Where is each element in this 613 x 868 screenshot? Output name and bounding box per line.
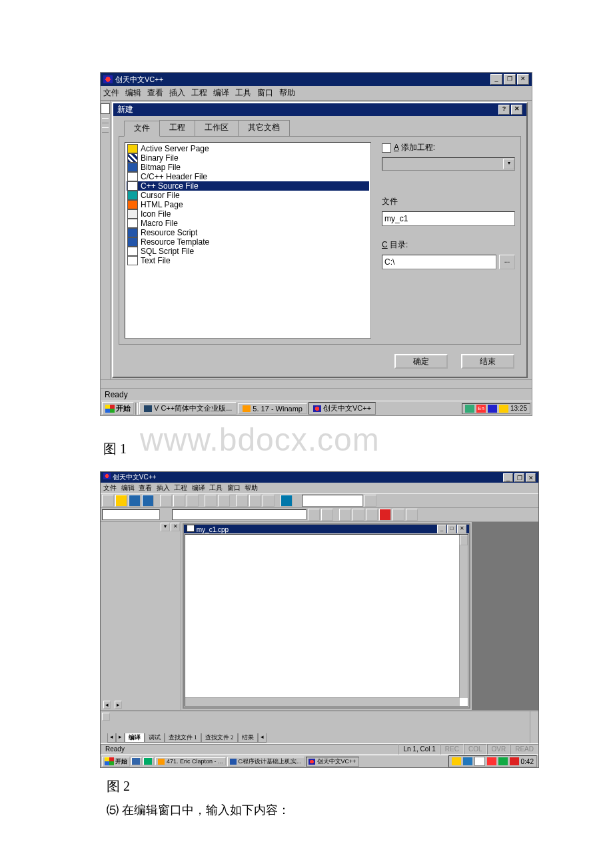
dialog-close-button[interactable]: ✕ bbox=[511, 105, 522, 115]
output-pane[interactable]: ◂ ▸ 编译 调试 查找文件 1 查找文件 2 结果 ◂ bbox=[101, 710, 538, 743]
maximize-button[interactable]: ❐ bbox=[504, 74, 516, 85]
tab-project[interactable]: 工程 bbox=[159, 120, 195, 136]
menu-window[interactable]: 窗口 bbox=[227, 484, 241, 491]
menu-view[interactable]: 查看 bbox=[147, 88, 163, 97]
browse-button[interactable]: ... bbox=[499, 255, 515, 269]
vertical-scrollbar[interactable] bbox=[459, 535, 468, 698]
tray-ime-icon[interactable]: En bbox=[476, 405, 486, 413]
output-tab-debug[interactable]: 调试 bbox=[145, 733, 165, 743]
menu-build[interactable]: 编译 bbox=[192, 484, 205, 491]
secondary-toolbar[interactable] bbox=[101, 508, 538, 522]
tray-icon[interactable] bbox=[463, 757, 472, 765]
output-scroll-right[interactable]: ▸ bbox=[116, 733, 125, 743]
maximize-button[interactable]: □ bbox=[447, 525, 456, 533]
member-combo[interactable] bbox=[172, 509, 306, 520]
pane-close-icon[interactable]: ✕ bbox=[171, 523, 180, 531]
menu-view[interactable]: 查看 bbox=[139, 484, 152, 491]
output-scroll-left2[interactable]: ◂ bbox=[258, 733, 267, 743]
workspace-pane[interactable]: ▾ ✕ ◂ ▸ bbox=[101, 522, 181, 710]
pane-grip-icon[interactable] bbox=[102, 713, 110, 721]
quick-launch-icon[interactable] bbox=[131, 757, 142, 765]
workspace-icon[interactable] bbox=[236, 495, 248, 507]
output-tab-find2[interactable]: 查找文件 2 bbox=[201, 733, 238, 743]
menu-bar[interactable]: 文件 编辑 查看 插入 工程 编译 工具 窗口 帮助 bbox=[101, 86, 532, 101]
tab-other-docs[interactable]: 其它文档 bbox=[238, 120, 290, 136]
tab-workspace[interactable]: 工作区 bbox=[195, 120, 239, 136]
project-combo[interactable]: ▾ bbox=[382, 157, 515, 171]
paste-icon[interactable] bbox=[187, 495, 199, 507]
breakpoint-icon[interactable] bbox=[406, 509, 418, 521]
minimize-button[interactable]: _ bbox=[490, 74, 502, 85]
copy-icon[interactable] bbox=[173, 495, 185, 507]
tray-icon[interactable] bbox=[498, 757, 508, 765]
output-tab-build[interactable]: 编译 bbox=[125, 733, 145, 743]
stop-build-icon[interactable] bbox=[366, 509, 378, 521]
menu-edit[interactable]: 编辑 bbox=[125, 88, 141, 97]
file-name-input[interactable] bbox=[382, 211, 515, 226]
new-doc-icon[interactable] bbox=[101, 103, 110, 114]
find-in-files-icon[interactable] bbox=[281, 495, 293, 507]
build-icon[interactable] bbox=[352, 509, 364, 521]
minimize-button[interactable]: _ bbox=[437, 525, 446, 533]
system-tray[interactable]: En 13:25 bbox=[462, 403, 530, 414]
quick-launch-icon[interactable] bbox=[143, 757, 154, 765]
save-icon[interactable] bbox=[129, 495, 141, 507]
close-button[interactable]: ✕ bbox=[517, 74, 529, 85]
directory-input[interactable] bbox=[382, 255, 496, 269]
output-tab-find1[interactable]: 查找文件 1 bbox=[165, 733, 201, 743]
menu-edit[interactable]: 编辑 bbox=[121, 484, 135, 491]
tray-ime-icon[interactable] bbox=[487, 757, 496, 765]
cut-icon[interactable] bbox=[160, 495, 172, 507]
output-scroll-left[interactable]: ◂ bbox=[107, 733, 116, 743]
volume-icon[interactable] bbox=[499, 405, 508, 413]
undo-icon[interactable] bbox=[205, 495, 217, 507]
text-editor[interactable] bbox=[185, 534, 468, 707]
tray-icon[interactable] bbox=[474, 757, 485, 766]
ok-button[interactable]: 确定 bbox=[394, 354, 448, 369]
pane-menu-icon[interactable]: ▾ bbox=[161, 523, 170, 531]
help-button[interactable]: ? bbox=[498, 105, 510, 115]
menu-help[interactable]: 帮助 bbox=[245, 484, 258, 491]
menu-file[interactable]: 文件 bbox=[103, 484, 117, 491]
start-button[interactable]: 开始 bbox=[102, 757, 130, 767]
tray-icon[interactable] bbox=[452, 757, 461, 765]
start-button[interactable]: 开始 bbox=[102, 402, 134, 415]
menu-window[interactable]: 窗口 bbox=[257, 88, 273, 97]
horizontal-scrollbar[interactable] bbox=[185, 697, 460, 706]
tray-icon[interactable] bbox=[488, 405, 497, 413]
menu-insert[interactable]: 插入 bbox=[157, 484, 170, 491]
taskbar-item[interactable]: V C++简体中文企业版... bbox=[139, 402, 237, 415]
close-button[interactable]: ✕ bbox=[526, 473, 536, 482]
scope-combo[interactable] bbox=[102, 509, 160, 520]
menu-insert[interactable]: 插入 bbox=[169, 88, 185, 97]
go-icon[interactable] bbox=[392, 509, 404, 521]
tray-icon[interactable] bbox=[465, 405, 474, 413]
taskbar-item[interactable]: C程序设计基础上机实... bbox=[227, 757, 305, 767]
tab-file[interactable]: 文件 bbox=[124, 121, 160, 137]
execute-icon[interactable] bbox=[379, 509, 391, 521]
compile-icon[interactable] bbox=[339, 509, 351, 521]
search-icon[interactable] bbox=[364, 495, 376, 507]
redo-icon[interactable] bbox=[218, 495, 230, 507]
menu-bar[interactable]: 文件 编辑 查看 插入 工程 编译 工具 窗口 帮助 bbox=[101, 483, 538, 493]
find-combo[interactable] bbox=[302, 495, 363, 507]
new-icon[interactable] bbox=[102, 495, 114, 507]
output-icon[interactable] bbox=[249, 495, 261, 507]
workspace-tab-left[interactable]: ◂ bbox=[103, 701, 111, 709]
maximize-button[interactable]: ❐ bbox=[514, 473, 524, 482]
tray-icon[interactable] bbox=[510, 757, 519, 765]
menu-help[interactable]: 帮助 bbox=[279, 88, 295, 97]
taskbar-item-active[interactable]: 创天中文VC++ bbox=[308, 402, 376, 415]
system-tray[interactable]: 0:42 bbox=[448, 755, 537, 767]
open-icon[interactable] bbox=[115, 495, 127, 507]
taskbar-item[interactable]: 471. Eric Clapton - ... bbox=[155, 757, 226, 765]
taskbar-item-active[interactable]: 创天中文VC++ bbox=[306, 757, 359, 767]
menu-tools[interactable]: 工具 bbox=[209, 484, 223, 491]
close-button[interactable]: ✕ bbox=[457, 525, 466, 533]
minimize-button[interactable]: _ bbox=[503, 473, 513, 482]
save-all-icon[interactable] bbox=[142, 495, 154, 507]
menu-project[interactable]: 工程 bbox=[174, 484, 187, 491]
add-to-project-checkbox[interactable] bbox=[382, 143, 391, 153]
workspace-tab-right[interactable]: ▸ bbox=[115, 701, 122, 709]
menu-tools[interactable]: 工具 bbox=[235, 88, 251, 97]
